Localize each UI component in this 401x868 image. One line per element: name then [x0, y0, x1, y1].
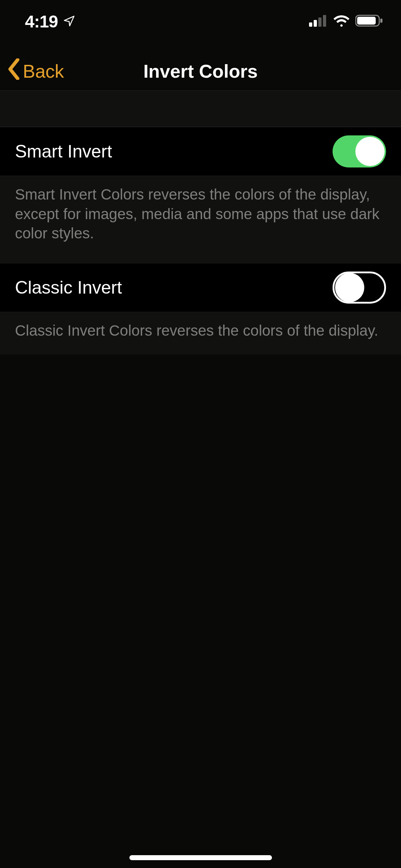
classic-invert-toggle[interactable] [333, 272, 386, 304]
svg-rect-5 [357, 17, 376, 25]
home-indicator[interactable] [129, 855, 272, 860]
wifi-icon [333, 14, 350, 29]
chevron-left-icon [7, 58, 21, 84]
location-icon [63, 12, 76, 31]
back-button[interactable]: Back [7, 52, 64, 91]
back-label: Back [23, 61, 64, 82]
status-time: 4:19 [25, 12, 58, 31]
smart-invert-label: Smart Invert [15, 141, 112, 162]
group-spacer [0, 91, 401, 127]
status-bar: 4:19 [0, 0, 401, 43]
svg-rect-2 [318, 17, 322, 27]
smart-invert-footer: Smart Invert Colors reverses the colors … [0, 176, 401, 263]
svg-rect-1 [314, 20, 317, 27]
svg-rect-3 [323, 15, 326, 27]
screen: 4:19 [0, 0, 401, 868]
classic-invert-label: Classic Invert [15, 277, 122, 298]
battery-icon [355, 14, 383, 29]
smart-invert-toggle[interactable] [333, 135, 386, 167]
svg-rect-6 [380, 19, 382, 23]
page-title: Invert Colors [143, 61, 258, 82]
nav-bar: Back Invert Colors [0, 52, 401, 91]
svg-rect-0 [309, 22, 312, 27]
classic-invert-footer: Classic Invert Colors reverses the color… [0, 312, 401, 355]
row-classic-invert: Classic Invert [0, 263, 401, 312]
cellular-icon [309, 15, 328, 28]
row-smart-invert: Smart Invert [0, 127, 401, 176]
status-icons [309, 14, 383, 29]
status-time-area: 4:19 [25, 12, 76, 31]
switch-knob [355, 137, 385, 166]
content: Smart Invert Smart Invert Colors reverse… [0, 91, 401, 355]
switch-knob [335, 273, 364, 302]
